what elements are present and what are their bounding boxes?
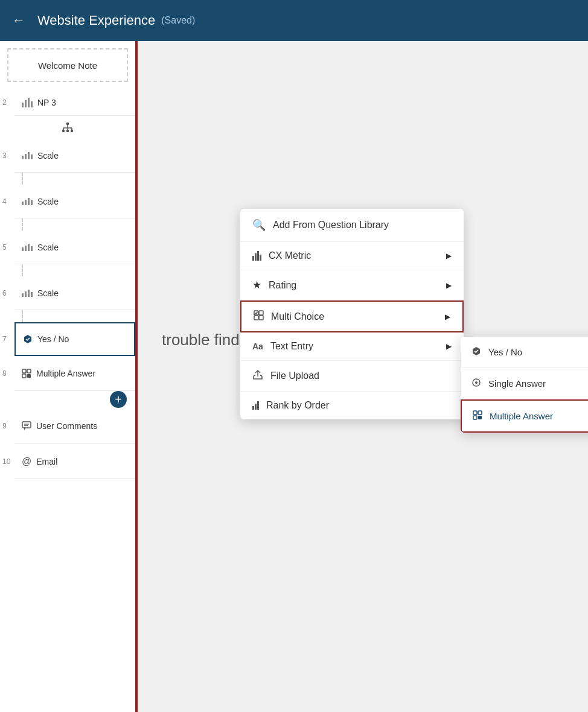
sidebar-item-email[interactable]: @ Email (14, 444, 135, 479)
svg-rect-3 (71, 130, 73, 132)
dashed-line-4 (22, 218, 135, 230)
dashed-line-6 (22, 310, 135, 322)
item-number-7: 7 (2, 335, 7, 343)
email-label: Email (36, 457, 57, 466)
multi-choice-arrow: ▶ (445, 313, 450, 321)
cx-metric-icon (252, 251, 261, 261)
cx-metric-arrow: ▶ (446, 252, 452, 260)
text-entry-icon: Aa (252, 342, 263, 351)
content-area: trouble finding anything? 🔍 Add From Que… (138, 41, 588, 712)
file-upload-label: File Upload (270, 370, 452, 381)
scale-bars-icon-4 (22, 198, 33, 205)
text-entry-arrow: ▶ (446, 342, 452, 351)
sidebar-item-scale-5[interactable]: Scale (14, 230, 135, 264)
svg-rect-24 (473, 411, 477, 415)
scale-bars-icon-3 (22, 152, 33, 159)
sidebar-item-multiple-answer[interactable]: Multiple Answer (14, 356, 135, 391)
add-from-library-label: Add From Question Library (273, 220, 389, 230)
radio-icon (471, 378, 481, 389)
svg-rect-14 (22, 422, 31, 428)
np3-label: NP 3 (37, 98, 56, 107)
multiple-answer-subitem[interactable]: Multiple Answer (461, 399, 588, 433)
sidebar-item-wrapper-7: 7 Yes / No (0, 322, 135, 356)
svg-rect-27 (478, 416, 482, 419)
item-number-5: 5 (2, 243, 7, 252)
sidebar-item-wrapper-5: 5 Scale (0, 230, 135, 264)
sidebar-item-scale-6[interactable]: Scale (14, 276, 135, 310)
multiple-answer-label: Multiple Answer (36, 369, 95, 378)
add-question-button[interactable]: + (110, 391, 127, 408)
svg-rect-0 (66, 122, 69, 125)
scale-bars-icon-5 (22, 244, 33, 251)
yesno-label: Yes / No (37, 334, 69, 344)
sidebar-item-yesno[interactable]: Yes / No (14, 322, 135, 356)
multiple-answer-sub-label: Multiple Answer (490, 411, 553, 421)
at-icon: @ (22, 456, 31, 467)
rating-label: Rating (269, 280, 446, 291)
svg-rect-10 (22, 369, 26, 373)
item-number-6: 6 (2, 289, 7, 297)
add-button-area: + (0, 391, 135, 408)
cx-metric-label: CX Metric (269, 250, 446, 261)
comment-icon (22, 421, 31, 431)
upload-icon (252, 369, 263, 383)
sidebar-item-scale-4[interactable]: Scale (14, 185, 135, 218)
star-icon: ★ (252, 279, 261, 291)
item-number-10: 10 (2, 457, 10, 466)
page-title: Website Experience (37, 13, 155, 28)
sidebar-item-welcome-note[interactable]: Welcome Note (7, 48, 128, 82)
svg-rect-20 (259, 316, 263, 320)
sidebar-item-wrapper-2: 2 NP 3 (0, 89, 135, 116)
back-button[interactable]: ← (12, 13, 25, 28)
file-upload-item[interactable]: File Upload (240, 361, 464, 392)
single-answer-subitem[interactable]: Single Answer (461, 368, 588, 399)
main-layout: Welcome Note 2 NP 3 (0, 41, 588, 712)
item-number-8: 8 (2, 369, 7, 378)
sidebar-item-np3[interactable]: NP 3 (14, 89, 135, 116)
text-entry-label: Text Entry (270, 341, 446, 352)
header: ← Website Experience (Saved) (0, 0, 588, 41)
submenu: Yes / No Single Answer (461, 337, 588, 433)
yes-no-subitem[interactable]: Yes / No (461, 337, 588, 368)
sidebar-item-wrapper-10: 10 @ Email (0, 444, 135, 479)
rating-item[interactable]: ★ Rating ▶ (240, 270, 464, 300)
svg-rect-1 (62, 130, 65, 132)
rank-icon (252, 401, 259, 410)
sidebar: Welcome Note 2 NP 3 (0, 41, 138, 712)
single-answer-label: Single Answer (488, 378, 546, 389)
item-number-9: 9 (2, 422, 7, 430)
sidebar-item-user-comments[interactable]: User Comments (14, 408, 135, 444)
scale-bars-icon-6 (22, 290, 33, 297)
rating-arrow: ▶ (446, 281, 452, 290)
branch-divider (0, 116, 135, 139)
rank-by-order-item[interactable]: Rank by Order (240, 392, 464, 419)
add-from-library-item[interactable]: 🔍 Add From Question Library (240, 209, 464, 242)
scale-3-label: Scale (37, 151, 59, 161)
scale-6-label: Scale (37, 288, 59, 298)
saved-status: (Saved) (161, 15, 195, 26)
scale-5-label: Scale (37, 243, 59, 252)
bars-icon (22, 98, 33, 107)
multi-choice-item[interactable]: Multi Choice ▶ (240, 300, 464, 332)
sidebar-item-wrapper-4: 4 Scale (0, 185, 135, 218)
scale-4-label: Scale (37, 197, 59, 206)
branch-icon (62, 121, 74, 133)
multiple-answer-icon (22, 369, 31, 378)
item-number-4: 4 (2, 197, 7, 206)
sidebar-item-wrapper-3: 3 Scale (0, 139, 135, 173)
svg-rect-19 (254, 316, 258, 320)
welcome-note-label: Welcome Note (38, 60, 97, 71)
cx-metric-item[interactable]: CX Metric ▶ (240, 242, 464, 270)
yes-no-icon (471, 346, 481, 358)
svg-rect-12 (22, 374, 26, 378)
user-comments-label: User Comments (36, 421, 97, 431)
checkbox-icon (254, 310, 264, 323)
dropdown-menu: 🔍 Add From Question Library CX Metric ▶ … (240, 209, 464, 419)
svg-rect-11 (27, 369, 31, 373)
svg-rect-26 (473, 416, 477, 419)
text-entry-item[interactable]: Aa Text Entry ▶ (240, 332, 464, 361)
sidebar-item-wrapper-9: 9 User Comments (0, 408, 135, 444)
multiple-answer-sub-icon (473, 410, 482, 422)
sidebar-item-wrapper-6: 6 Scale (0, 276, 135, 310)
sidebar-item-scale-3[interactable]: Scale (14, 139, 135, 173)
